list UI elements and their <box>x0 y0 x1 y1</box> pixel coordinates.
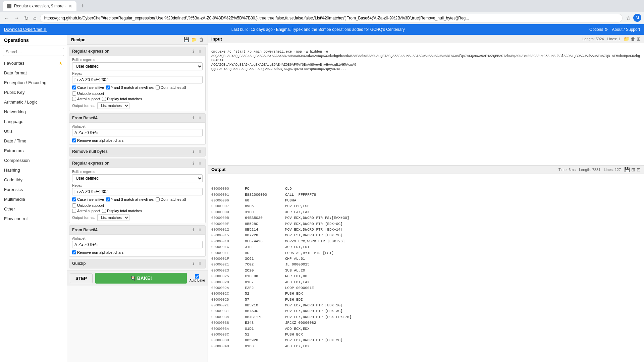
case-insensitive-checkbox[interactable]: Case insensitive <box>72 85 104 89</box>
home-button[interactable]: ⌂ <box>32 14 38 22</box>
input-copy[interactable]: ⊞ <box>637 36 641 42</box>
step-button[interactable]: STEP <box>70 274 93 283</box>
sidebar-item-language[interactable]: Language <box>0 117 67 126</box>
table-row: 0000002E8B5210MOV EDX,DWORD PTR [EDX+10] <box>211 303 641 308</box>
info-button[interactable]: ℹ <box>192 261 195 266</box>
regex-input[interactable] <box>72 188 203 195</box>
disable-button[interactable]: ⏸ <box>197 149 203 154</box>
sidebar-item-forensics[interactable]: Forensics <box>0 185 67 194</box>
load-recipe-button[interactable]: 📁 <box>191 37 197 42</box>
builtin-select[interactable]: User defined <box>72 174 203 182</box>
astral-support-checkbox[interactable]: Astral support <box>72 209 100 213</box>
options-link[interactable]: Options ⚙ <box>589 27 608 32</box>
disable-button[interactable]: ⏸ <box>197 261 203 266</box>
sidebar-item-flowcontrol[interactable]: Flow control <box>0 214 67 224</box>
output-format-row: Output format List matches <box>72 214 203 221</box>
recipe-item-title: Remove null bytes <box>72 149 108 154</box>
sidebar-item-networking[interactable]: Networking <box>0 107 67 117</box>
forward-button[interactable]: → <box>13 14 21 22</box>
alphabet-input[interactable] <box>72 129 203 136</box>
unicode-support-checkbox[interactable]: Unicode support <box>72 92 104 96</box>
sidebar-item-label: Language <box>4 119 23 124</box>
recipe-item-header: Gunzip ℹ ⏸ <box>69 259 205 268</box>
save-recipe-button[interactable]: 💾 <box>183 37 189 42</box>
input-title: Input <box>211 37 222 42</box>
address-bar[interactable] <box>40 14 623 22</box>
anchor-newlines-checkbox[interactable]: ^ and $ match at newlines <box>106 85 154 89</box>
output-copy[interactable]: ⊞ <box>631 167 635 172</box>
builtin-select[interactable]: User defined <box>72 62 203 70</box>
output-content: 00000000FCCLD00000001E882000000CALL -FFF… <box>208 174 644 362</box>
tab-close-button[interactable]: ✕ <box>68 3 72 9</box>
table-row: 0000002AE2F2LOOP 0000001E <box>211 285 641 291</box>
recipe-item-controls: ℹ ⏸ <box>192 115 203 121</box>
disable-button[interactable]: ⏸ <box>197 227 203 233</box>
sidebar-title: Operations <box>0 35 67 46</box>
case-insensitive-checkbox[interactable]: Case insensitive <box>72 197 104 201</box>
sidebar-item-label: Other <box>4 206 15 212</box>
sidebar-item-extractors[interactable]: Extractors <box>0 146 67 156</box>
sidebar-item-compression[interactable]: Compression <box>0 156 67 165</box>
profile-button[interactable]: M <box>633 14 641 22</box>
info-button[interactable]: ℹ <box>192 161 195 166</box>
alphabet-input[interactable] <box>72 241 203 248</box>
table-row: 0000002D57PUSH EDI <box>211 297 641 303</box>
output-expand[interactable]: ⊡ <box>637 167 641 172</box>
new-tab-button[interactable]: + <box>78 3 87 10</box>
dot-matches-checkbox[interactable]: Dot matches all <box>156 197 186 201</box>
display-total-checkbox[interactable]: Display total matches <box>102 97 142 101</box>
disable-button[interactable]: ⏸ <box>197 49 203 54</box>
bookmark-button[interactable]: ☆ <box>625 14 632 23</box>
bake-button[interactable]: 🍳 BAKE! <box>95 273 187 284</box>
disable-button[interactable]: ⏸ <box>197 115 203 121</box>
search-input[interactable] <box>3 48 64 56</box>
sidebar-item-dataformat[interactable]: Data format <box>0 68 67 78</box>
output-format-select[interactable]: List matches <box>97 214 129 221</box>
sidebar-item-utils[interactable]: Utils <box>0 126 67 136</box>
browser-tab[interactable]: Regular expression, 9 more · ✕ <box>3 1 76 11</box>
sidebar-item-arithmetic[interactable]: Arithmetic / Logic <box>0 97 67 107</box>
download-link[interactable]: Download CyberChef ⬇ <box>4 27 47 32</box>
sidebar-item-hashing[interactable]: Hashing <box>0 165 67 175</box>
remove-non-alpha-checkbox[interactable]: Remove non-alphabet chars <box>72 138 203 142</box>
sidebar-item-favourites[interactable]: Favourites ★ <box>0 58 67 68</box>
info-button[interactable]: ℹ <box>192 227 195 233</box>
alphabet-label: Alphabet <box>72 237 203 240</box>
output-save[interactable]: 💾 <box>624 167 630 172</box>
input-content[interactable]: cmd.exe /c "start /b /min powershell.exe… <box>208 43 644 165</box>
dot-matches-checkbox[interactable]: Dot matches all <box>156 85 186 89</box>
info-button[interactable]: ℹ <box>192 149 195 154</box>
info-button[interactable]: ℹ <box>192 115 195 121</box>
output-panel: Output Time: 6ms Length: 7831 Lines: 127… <box>208 166 644 362</box>
output-header: Output Time: 6ms Length: 7831 Lines: 127… <box>208 166 644 174</box>
astral-support-checkbox[interactable]: Astral support <box>72 97 100 101</box>
display-total-checkbox[interactable]: Display total matches <box>102 209 142 213</box>
refresh-button[interactable]: ↻ <box>23 14 30 23</box>
sidebar-item-other[interactable]: Other <box>0 204 67 214</box>
checkbox-row1: Case insensitive ^ and $ match at newlin… <box>72 197 203 207</box>
input-clear[interactable]: 🗑 <box>631 36 635 42</box>
anchor-newlines-checkbox[interactable]: ^ and $ match at newlines <box>106 197 154 201</box>
table-row: 0000003D8B5920MOV EBX,DWORD PTR [ECX+20] <box>211 338 641 343</box>
disable-button[interactable]: ⏸ <box>197 161 203 166</box>
clear-recipe-button[interactable]: 🗑 <box>199 37 204 42</box>
unicode-support-checkbox[interactable]: Unicode support <box>72 203 104 207</box>
sidebar-item-codetidy[interactable]: Code tidy <box>0 175 67 185</box>
sidebar-item-publickey[interactable]: Public Key <box>0 87 67 97</box>
output-format-select[interactable]: List matches <box>97 102 129 109</box>
output-length: Length: 7831 <box>579 168 600 172</box>
auto-bake-checkbox[interactable] <box>195 274 199 279</box>
back-button[interactable]: ← <box>3 14 11 22</box>
table-row: 0000001C31FFXOR EDI,EDI <box>211 244 641 250</box>
input-load-file[interactable]: 📁 <box>624 36 629 42</box>
info-button[interactable]: ℹ <box>192 49 195 54</box>
sidebar-item-label: Arithmetic / Logic <box>4 100 38 105</box>
search-box <box>0 46 67 58</box>
about-support-link[interactable]: About / Support <box>612 27 640 32</box>
regex-input[interactable] <box>72 76 203 83</box>
sidebar-item-multimedia[interactable]: Multimedia <box>0 194 67 204</box>
sidebar-item-datetime[interactable]: Date / Time <box>0 136 67 146</box>
input-length: Length: 5924 <box>582 37 604 41</box>
remove-non-alpha-checkbox[interactable]: Remove non-alphabet chars <box>72 250 203 254</box>
sidebar-item-encoding[interactable]: Encryption / Encoding <box>0 78 67 87</box>
